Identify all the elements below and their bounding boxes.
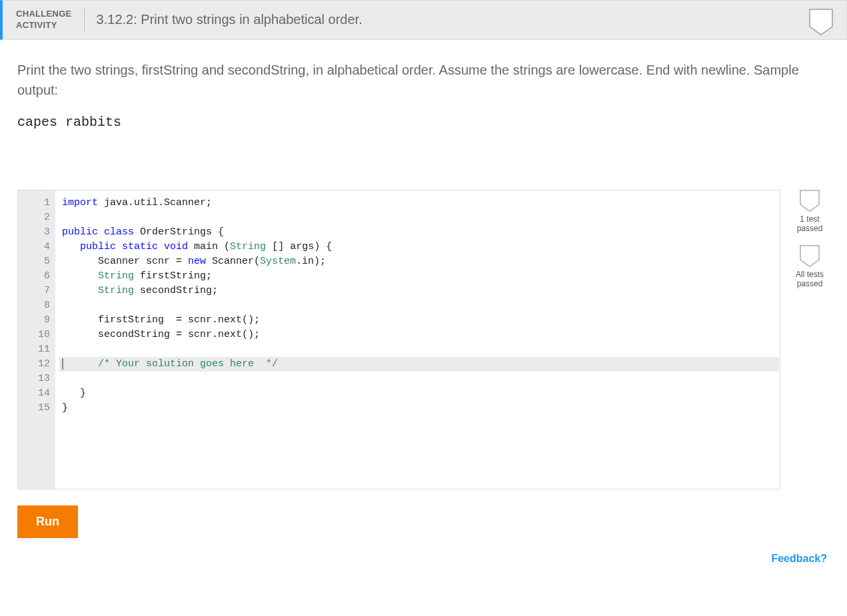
test-result-line2: passed	[790, 224, 830, 233]
code-line[interactable]: Scanner scnr = new Scanner(System.in);	[59, 254, 780, 269]
line-number: 9	[29, 313, 50, 328]
test-result-item: 1 testpassed	[790, 190, 830, 233]
code-line[interactable]: }	[59, 386, 780, 401]
code-editor[interactable]: 123456789101112131415 import java.util.S…	[17, 190, 780, 489]
instructions-text: Print the two strings, firstString and s…	[17, 60, 830, 100]
code-line[interactable]: firstString = scnr.next();	[59, 313, 780, 328]
line-number: 15	[29, 401, 50, 416]
code-line[interactable]: secondString = scnr.next();	[59, 328, 780, 342]
line-number: 7	[29, 284, 50, 298]
code-line[interactable]: import java.util.Scanner;	[59, 196, 780, 210]
code-line[interactable]: /* Your solution goes here */	[59, 357, 779, 372]
code-line[interactable]	[59, 298, 780, 313]
activity-type-line2: ACTIVITY	[16, 20, 57, 30]
code-line[interactable]	[59, 372, 780, 386]
shield-icon	[809, 9, 833, 35]
code-line[interactable]	[59, 342, 780, 357]
code-body[interactable]: import java.util.Scanner;public class Or…	[55, 190, 780, 489]
test-result-line1: 1 test	[790, 214, 830, 224]
code-line[interactable]: public static void main (String [] args)…	[59, 240, 780, 254]
code-line[interactable]: public class OrderStrings {	[59, 225, 780, 240]
test-results-column: 1 testpassedAll testspassed	[790, 190, 830, 300]
line-number: 4	[29, 240, 50, 254]
line-number: 2	[29, 210, 50, 225]
activity-type-line1: CHALLENGE	[16, 9, 72, 19]
test-result-line1: All tests	[790, 270, 830, 279]
run-button[interactable]: Run	[17, 505, 78, 538]
line-number: 6	[29, 269, 50, 284]
activity-content: Print the two strings, firstString and s…	[0, 40, 847, 545]
line-number: 11	[29, 342, 50, 357]
line-number: 13	[29, 372, 50, 386]
code-line[interactable]: String firstString;	[59, 269, 780, 284]
line-number: 3	[29, 225, 50, 240]
code-line[interactable]: String secondString;	[59, 284, 780, 298]
test-result-line2: passed	[790, 279, 830, 288]
editor-results-row: 123456789101112131415 import java.util.S…	[17, 190, 830, 489]
line-number: 5	[29, 254, 50, 269]
line-number: 14	[29, 386, 50, 401]
header-shield-badge	[809, 9, 833, 38]
feedback-region: Feedback?	[0, 545, 847, 577]
shield-icon	[800, 245, 820, 267]
line-number: 12	[29, 357, 50, 372]
code-line[interactable]	[59, 210, 780, 225]
sample-output: capes rabbits	[17, 115, 830, 130]
shield-icon	[800, 190, 820, 212]
line-number: 8	[29, 298, 50, 313]
activity-header: CHALLENGE ACTIVITY 3.12.2: Print two str…	[0, 0, 847, 40]
activity-title: 3.12.2: Print two strings in alphabetica…	[85, 12, 363, 27]
code-line[interactable]: }	[59, 401, 780, 416]
test-result-item: All testspassed	[790, 245, 830, 288]
line-number-gutter: 123456789101112131415	[18, 190, 55, 489]
line-number: 10	[29, 328, 50, 342]
feedback-link[interactable]: Feedback?	[771, 553, 827, 564]
activity-type-label: CHALLENGE ACTIVITY	[16, 9, 85, 31]
line-number: 1	[29, 196, 50, 210]
